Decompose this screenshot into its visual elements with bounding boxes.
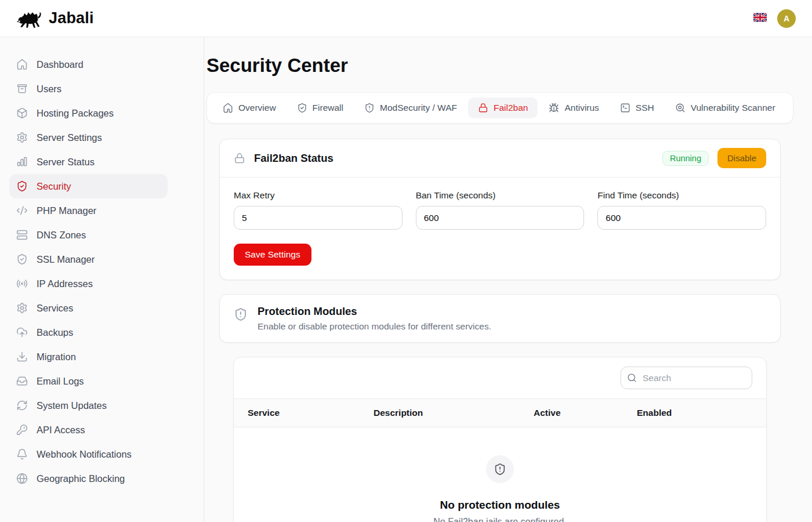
tab-fail2ban[interactable]: Fail2ban bbox=[468, 97, 538, 118]
sidebar-item-label: System Updates bbox=[37, 400, 107, 411]
radio-waves-icon bbox=[16, 278, 28, 289]
tab-label: Vulnerability Scanner bbox=[691, 103, 775, 113]
column-header-enabled: Enabled bbox=[637, 408, 752, 418]
sidebar-item-system-updates[interactable]: System Updates bbox=[9, 393, 168, 418]
sidebar-item-dashboard[interactable]: Dashboard bbox=[9, 52, 168, 77]
tab-label: Overview bbox=[238, 103, 276, 113]
tab-label: Antivirus bbox=[564, 103, 599, 113]
protection-modules-text: Protection Modules Enable or disable pro… bbox=[258, 305, 491, 332]
home-icon bbox=[223, 103, 233, 113]
sidebar-item-security[interactable]: Security bbox=[9, 174, 168, 198]
cloud-upload-icon bbox=[16, 327, 28, 338]
shield-alert-icon bbox=[494, 463, 506, 476]
sidebar-item-server-settings[interactable]: Server Settings bbox=[9, 125, 168, 150]
sidebar-item-users[interactable]: Users bbox=[9, 77, 168, 101]
sidebar-item-webhook-notifications[interactable]: Webhook Notifications bbox=[9, 442, 168, 466]
sidebar-item-api-access[interactable]: API Access bbox=[9, 418, 168, 442]
search-box bbox=[621, 367, 752, 389]
field-label-ban-time: Ban Time (seconds) bbox=[416, 190, 585, 201]
sidebar: DashboardUsersHosting PackagesServer Set… bbox=[0, 37, 204, 522]
status-badge: Running bbox=[662, 151, 709, 166]
brand: Jabali bbox=[16, 9, 94, 28]
boar-logo-icon bbox=[16, 9, 43, 28]
table-toolbar bbox=[234, 357, 766, 398]
tab-modsecurity-waf[interactable]: ModSecurity / WAF bbox=[354, 97, 467, 118]
column-header-description: Description bbox=[374, 408, 534, 418]
language-switcher[interactable] bbox=[752, 12, 768, 25]
app-header: Jabali A bbox=[0, 0, 812, 37]
sidebar-item-hosting-packages[interactable]: Hosting Packages bbox=[9, 101, 168, 125]
code-icon bbox=[16, 205, 28, 216]
user-avatar[interactable]: A bbox=[777, 9, 796, 28]
lock-icon bbox=[478, 103, 488, 113]
sidebar-item-label: DNS Zones bbox=[37, 230, 86, 241]
sidebar-item-label: PHP Manager bbox=[37, 205, 96, 216]
protection-modules-subtitle: Enable or disable protection modules for… bbox=[258, 321, 491, 332]
field-label-max-retry: Max Retry bbox=[234, 190, 403, 201]
tab-firewall[interactable]: Firewall bbox=[287, 97, 353, 118]
sidebar-item-label: Hosting Packages bbox=[37, 108, 114, 119]
search-input[interactable] bbox=[621, 367, 752, 389]
tab-label: SSH bbox=[636, 103, 654, 113]
sidebar-item-label: Users bbox=[37, 84, 61, 95]
tab-ssh[interactable]: SSH bbox=[610, 97, 664, 118]
bug-icon bbox=[549, 103, 559, 113]
sidebar-item-label: Server Status bbox=[37, 157, 95, 168]
sidebar-item-ip-addresses[interactable]: IP Addresses bbox=[9, 271, 168, 296]
sidebar-item-php-manager[interactable]: PHP Manager bbox=[9, 198, 168, 223]
field-label-find-time: Find Time (seconds) bbox=[597, 190, 766, 201]
sidebar-item-backups[interactable]: Backups bbox=[9, 320, 168, 345]
inbox-icon bbox=[16, 375, 28, 387]
sidebar-item-label: Webhook Notifications bbox=[37, 449, 132, 460]
shield-check-icon bbox=[297, 103, 307, 113]
tab-label: Fail2ban bbox=[494, 103, 528, 113]
sidebar-item-label: Email Logs bbox=[37, 376, 84, 387]
tab-vulnerability-scanner[interactable]: Vulnerability Scanner bbox=[665, 97, 785, 118]
tab-label: Firewall bbox=[313, 103, 343, 113]
brand-name: Jabali bbox=[49, 9, 94, 27]
fail2ban-card-body: Max RetryBan Time (seconds)Find Time (se… bbox=[220, 177, 780, 280]
layout: DashboardUsersHosting PackagesServer Set… bbox=[0, 37, 812, 522]
sidebar-nav: DashboardUsersHosting PackagesServer Set… bbox=[9, 52, 168, 491]
find-time-input[interactable] bbox=[597, 206, 766, 230]
tab-antivirus[interactable]: Antivirus bbox=[539, 97, 608, 118]
save-settings-button[interactable]: Save Settings bbox=[234, 244, 311, 266]
page-title: Security Center bbox=[206, 55, 793, 77]
refresh-icon bbox=[16, 400, 28, 411]
drawer-icon bbox=[16, 83, 28, 95]
sidebar-item-label: Backups bbox=[37, 327, 73, 338]
tab-overview[interactable]: Overview bbox=[213, 97, 286, 118]
empty-state: No protection modules No Fail2ban jails … bbox=[234, 427, 766, 522]
content-stack: Fail2ban Status Running Disable Max Retr… bbox=[206, 139, 793, 522]
globe-icon bbox=[16, 473, 28, 484]
max-retry-input[interactable] bbox=[234, 206, 403, 230]
modules-table-header: ServiceDescriptionActiveEnabled bbox=[234, 398, 766, 427]
fail2ban-card-header: Fail2ban Status Running Disable bbox=[220, 139, 780, 177]
fail2ban-fields: Max RetryBan Time (seconds)Find Time (se… bbox=[234, 190, 766, 230]
protection-modules-card: Protection Modules Enable or disable pro… bbox=[219, 294, 781, 343]
bell-icon bbox=[16, 448, 28, 460]
sidebar-item-label: API Access bbox=[37, 425, 85, 436]
sidebar-item-server-status[interactable]: Server Status bbox=[9, 150, 168, 174]
lock-icon bbox=[234, 153, 245, 164]
download-icon bbox=[16, 351, 28, 362]
uk-flag-icon bbox=[753, 13, 767, 24]
search-circle-icon bbox=[675, 103, 686, 113]
ban-time-input[interactable] bbox=[416, 206, 585, 230]
package-icon bbox=[16, 107, 28, 119]
sidebar-item-migration[interactable]: Migration bbox=[9, 345, 168, 369]
sidebar-item-dns-zones[interactable]: DNS Zones bbox=[9, 223, 168, 247]
sidebar-item-services[interactable]: Services bbox=[9, 296, 168, 320]
disable-button[interactable]: Disable bbox=[717, 148, 766, 168]
gear-icon bbox=[16, 302, 28, 314]
sidebar-item-geographic-blocking[interactable]: Geographic Blocking bbox=[9, 466, 168, 491]
header-actions: A bbox=[752, 9, 796, 28]
field-ban-time: Ban Time (seconds) bbox=[416, 190, 585, 230]
main-content: Security Center OverviewFirewallModSecur… bbox=[204, 37, 812, 522]
sidebar-item-label: Security bbox=[37, 181, 71, 192]
sidebar-item-ssl-manager[interactable]: SSL Manager bbox=[9, 247, 168, 271]
sidebar-item-email-logs[interactable]: Email Logs bbox=[9, 369, 168, 393]
modules-table-card: ServiceDescriptionActiveEnabled No prote… bbox=[233, 357, 767, 522]
protection-modules-title: Protection Modules bbox=[258, 305, 491, 318]
sidebar-item-label: SSL Manager bbox=[37, 254, 95, 265]
